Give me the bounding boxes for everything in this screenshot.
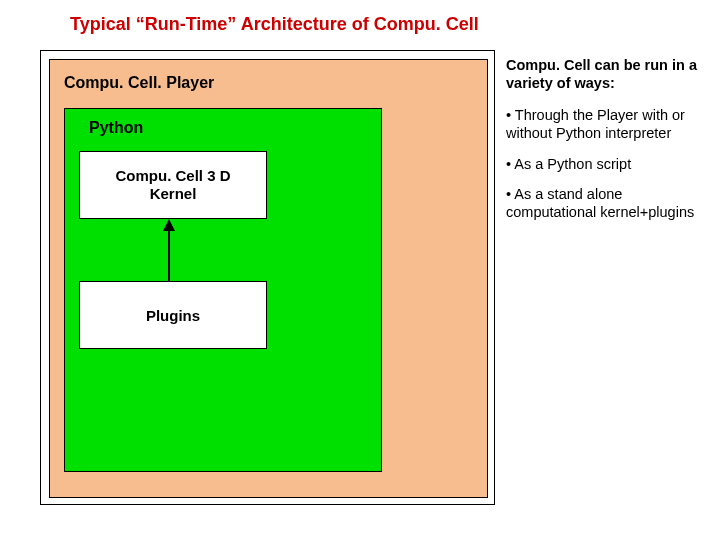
side-heading: Compu. Cell can be run in a variety of w… (506, 56, 710, 92)
side-text: Compu. Cell can be run in a variety of w… (506, 56, 710, 233)
kernel-box: Compu. Cell 3 DKernel (79, 151, 267, 219)
bullet-3: • As a stand alone computational kernel+… (506, 185, 710, 221)
diagram-outer: Compu. Cell. Player Python Compu. Cell 3… (40, 50, 495, 505)
plugins-label: Plugins (146, 307, 200, 324)
player-box: Compu. Cell. Player Python Compu. Cell 3… (49, 59, 488, 498)
slide-title: Typical “Run-Time” Architecture of Compu… (70, 14, 479, 35)
player-label: Compu. Cell. Player (64, 74, 214, 92)
bullet-1: • Through the Player with or without Pyt… (506, 106, 710, 142)
kernel-label: Compu. Cell 3 DKernel (115, 167, 230, 203)
plugins-box: Plugins (79, 281, 267, 349)
bullet-2: • As a Python script (506, 155, 710, 173)
python-box: Python Compu. Cell 3 DKernel Plugins (64, 108, 382, 472)
python-label: Python (89, 119, 143, 137)
